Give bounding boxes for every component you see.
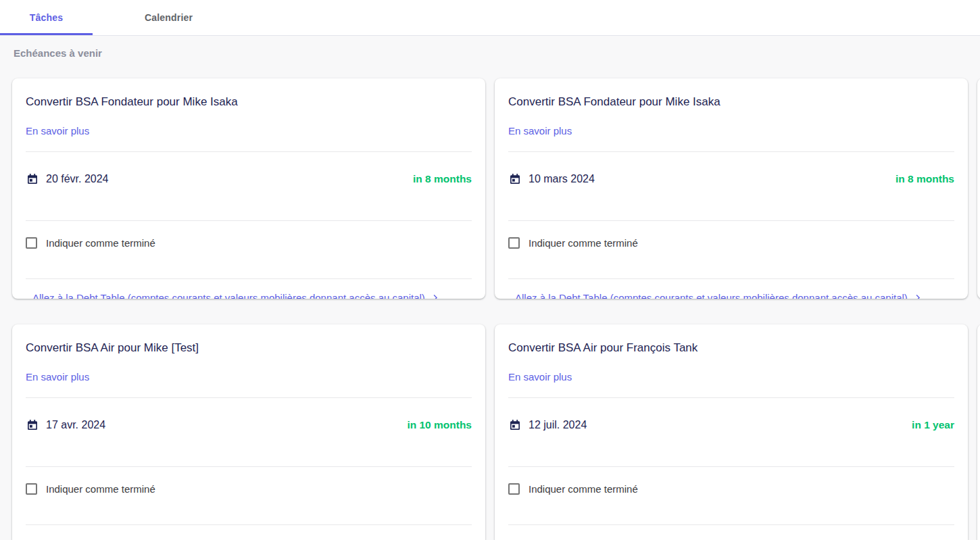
task-title: Convertir BSA Fondateur pour Mike Isaka bbox=[508, 95, 954, 109]
task-card-partial bbox=[977, 78, 980, 299]
due-date-row: 12 juil. 2024 in 1 year bbox=[495, 398, 968, 452]
task-title: Convertir BSA Air pour Mike [Test] bbox=[26, 341, 472, 355]
task-card: Convertir BSA Fondateur pour Mike Isaka … bbox=[12, 78, 485, 299]
mark-complete-checkbox[interactable] bbox=[26, 237, 37, 249]
debt-table-link[interactable]: Allez à la Debt Table (comptes courants … bbox=[12, 279, 485, 299]
task-card: Convertir BSA Fondateur pour Mike Isaka … bbox=[495, 78, 968, 299]
due-date-row: 20 févr. 2024 in 8 months bbox=[12, 152, 485, 206]
mark-complete-row: Indiquer comme terminé bbox=[495, 467, 968, 510]
due-in-label: in 1 year bbox=[912, 419, 954, 431]
chevron-right-icon bbox=[912, 292, 924, 299]
due-in-label: in 8 months bbox=[413, 173, 472, 185]
debt-table-link[interactable]: Allez à la Debt Table (comptes courants … bbox=[12, 525, 485, 540]
due-date: 17 avr. 2024 bbox=[46, 419, 105, 431]
mark-complete-label[interactable]: Indiquer comme terminé bbox=[529, 483, 638, 495]
en-savoir-plus-link[interactable]: En savoir plus bbox=[26, 125, 89, 137]
tab-calendrier[interactable]: Calendrier bbox=[93, 0, 245, 35]
debt-table-link-label: Allez à la Debt Table (comptes courants … bbox=[515, 292, 908, 299]
active-tab-indicator bbox=[0, 33, 93, 35]
due-date-row: 10 mars 2024 in 8 months bbox=[495, 152, 968, 206]
due-date-row: 17 avr. 2024 in 10 months bbox=[12, 398, 485, 452]
mark-complete-row: Indiquer comme terminé bbox=[12, 467, 485, 510]
due-date: 12 juil. 2024 bbox=[529, 419, 587, 431]
task-card: Convertir BSA Air pour Mike [Test] En sa… bbox=[12, 324, 485, 540]
task-cards-grid: Convertir BSA Fondateur pour Mike Isaka … bbox=[0, 78, 980, 540]
mark-complete-checkbox[interactable] bbox=[26, 483, 37, 495]
chevron-right-icon bbox=[430, 292, 441, 299]
en-savoir-plus-link[interactable]: En savoir plus bbox=[508, 371, 572, 383]
calendar-icon bbox=[26, 418, 39, 432]
mark-complete-label[interactable]: Indiquer comme terminé bbox=[46, 483, 155, 495]
section-heading: Echéances à venir bbox=[14, 47, 980, 59]
tab-bar: Tâches Calendrier bbox=[0, 0, 980, 36]
mark-complete-checkbox[interactable] bbox=[508, 483, 520, 495]
debt-table-link[interactable]: Allez à la Debt Table (comptes courants … bbox=[495, 279, 968, 299]
debt-table-link[interactable]: Allez à la Debt Table (comptes courants … bbox=[495, 525, 968, 540]
due-date: 10 mars 2024 bbox=[529, 173, 595, 185]
en-savoir-plus-link[interactable]: En savoir plus bbox=[508, 125, 572, 137]
calendar-icon bbox=[26, 172, 39, 186]
mark-complete-label[interactable]: Indiquer comme terminé bbox=[46, 237, 155, 249]
task-card: Convertir BSA Air pour François Tank En … bbox=[495, 324, 968, 540]
due-in-label: in 8 months bbox=[896, 173, 954, 185]
tab-calendrier-label: Calendrier bbox=[145, 12, 193, 23]
task-title: Convertir BSA Fondateur pour Mike Isaka bbox=[26, 95, 472, 109]
mark-complete-label[interactable]: Indiquer comme terminé bbox=[529, 237, 638, 249]
task-title: Convertir BSA Air pour François Tank bbox=[508, 341, 954, 355]
en-savoir-plus-link[interactable]: En savoir plus bbox=[26, 371, 89, 383]
calendar-icon bbox=[508, 172, 522, 186]
due-date: 20 févr. 2024 bbox=[46, 173, 109, 185]
tab-taches[interactable]: Tâches bbox=[0, 0, 93, 35]
debt-table-link-label: Allez à la Debt Table (comptes courants … bbox=[32, 292, 425, 299]
mark-complete-row: Indiquer comme terminé bbox=[12, 221, 485, 264]
mark-complete-row: Indiquer comme terminé bbox=[495, 221, 968, 264]
task-card-partial bbox=[977, 324, 980, 540]
tab-taches-label: Tâches bbox=[30, 12, 63, 23]
calendar-icon bbox=[508, 418, 522, 432]
due-in-label: in 10 months bbox=[407, 419, 472, 431]
mark-complete-checkbox[interactable] bbox=[508, 237, 520, 249]
